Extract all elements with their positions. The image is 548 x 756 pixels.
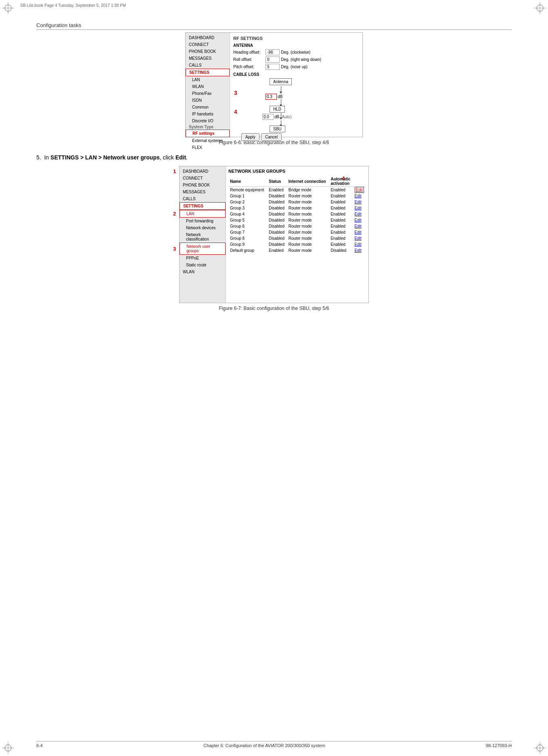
apply-button[interactable]: Apply	[241, 133, 259, 141]
step3-db-unit: dB	[278, 94, 282, 99]
sidebar-calls[interactable]: CALLS	[186, 62, 230, 69]
cell-edit[interactable]: Edit	[353, 217, 366, 223]
nug-step1: 1	[173, 168, 176, 174]
nug-sidebar-lan[interactable]: LAN	[180, 210, 226, 218]
step4-auto: (Auto)	[280, 115, 291, 119]
nug-sidebar-netdevices[interactable]: Network devices	[180, 224, 226, 231]
cell-edit[interactable]: Edit	[353, 241, 366, 247]
sidebar-external[interactable]: External systems	[186, 137, 230, 144]
rf-settings-title: RF SETTINGS	[233, 36, 359, 41]
cell-internet: Router mode	[287, 205, 329, 211]
edit-link[interactable]: Edit	[355, 200, 362, 204]
table-row: Group 4 Disabled Router mode Enabled Edi…	[228, 211, 366, 217]
sidebar-messages[interactable]: MESSAGES	[186, 55, 230, 62]
edit-link[interactable]: Edit	[355, 236, 362, 241]
nug-sidebar-netusergroups[interactable]: Network user groups	[180, 243, 226, 255]
cell-internet: Router mode	[287, 223, 329, 229]
table-row: Group 3 Disabled Router mode Enabled Edi…	[228, 205, 366, 211]
cell-auto: Disabled	[329, 247, 353, 253]
instruction-step5: 5. In SETTINGS > LAN > Network user grou…	[36, 153, 512, 162]
cell-edit[interactable]: Edit	[353, 223, 366, 229]
sidebar-settings[interactable]: SETTINGS	[186, 69, 230, 76]
sidebar-isdn[interactable]: ISDN	[186, 97, 230, 104]
nug-sidebar-settings[interactable]: SETTINGS	[180, 202, 226, 210]
hld-box: HLD	[270, 106, 285, 113]
cell-auto: Enabled	[329, 193, 353, 199]
cancel-button[interactable]: Cancel	[261, 133, 282, 141]
step3-input-row: dB	[266, 94, 282, 100]
nug-sidebar-connect[interactable]: CONNECT	[180, 175, 226, 182]
nug-step4: 4	[342, 175, 345, 181]
sidebar-phonebook[interactable]: PHONE BOOK	[186, 48, 230, 55]
cell-internet: Router mode	[287, 235, 329, 241]
step4-db-unit: dB	[274, 115, 279, 119]
sidebar-common[interactable]: Common	[186, 104, 230, 111]
col-auto: Automatic 4activation	[329, 176, 353, 187]
sidebar-flex[interactable]: FLEX	[186, 144, 230, 151]
rf-sidebar: DASHBOARD CONNECT PHONE BOOK MESSAGES CA…	[186, 33, 230, 137]
sidebar-connect[interactable]: CONNECT	[186, 41, 230, 48]
nug-sidebar-pppoe[interactable]: PPPoE	[180, 255, 226, 262]
cell-status: Enabled	[267, 187, 287, 193]
heading-input[interactable]	[266, 49, 280, 55]
cell-edit[interactable]: Edit	[353, 211, 366, 217]
cell-edit[interactable]: Edit	[353, 187, 366, 193]
footer-center: Chapter 6: Configuration of the AVIATOR …	[203, 743, 325, 748]
cell-edit[interactable]: Edit	[353, 205, 366, 211]
cell-status: Disabled	[267, 193, 287, 199]
nug-screenshot: 1 DASHBOARD CONNECT PHONE BOOK MESSAGES …	[179, 166, 369, 303]
nug-step3: 3	[173, 246, 176, 252]
cell-edit[interactable]: Edit	[353, 235, 366, 241]
edit-link-highlight[interactable]: Edit	[355, 187, 364, 193]
cell-edit[interactable]: Edit	[353, 247, 366, 253]
nug-sidebar-messages[interactable]: MESSAGES	[180, 188, 226, 195]
sidebar-lan[interactable]: LAN	[186, 76, 230, 83]
nug-table: Name Status Internet connection Automati…	[228, 176, 366, 253]
heading-label: Heading offset:	[233, 50, 266, 54]
nug-sidebar-dashboard[interactable]: DASHBOARD	[180, 168, 226, 175]
nug-sidebar-netclass[interactable]: Network classification	[180, 231, 226, 243]
sidebar-rfsettings[interactable]: RF settings	[186, 130, 230, 137]
sidebar-wlan[interactable]: WLAN	[186, 83, 230, 90]
table-row: Group 8 Disabled Router mode Enabled Edi…	[228, 235, 366, 241]
cell-edit[interactable]: Edit	[353, 193, 366, 199]
cell-auto: Enabled	[329, 241, 353, 247]
pitch-input[interactable]	[266, 64, 280, 70]
sbu-box: SBU	[270, 126, 285, 132]
rf-main: RF SETTINGS ANTENNA Heading offset: Deg.…	[230, 33, 362, 137]
rf-buttons: Apply Cancel	[241, 133, 359, 141]
roll-label: Roll offset:	[233, 57, 266, 62]
edit-link[interactable]: Edit	[355, 194, 362, 198]
nug-step2: 2	[173, 211, 176, 217]
edit-link[interactable]: Edit	[355, 224, 362, 228]
cell-edit[interactable]: Edit	[353, 229, 366, 235]
sidebar-discreteio[interactable]: Discrete I/O	[186, 117, 230, 124]
nug-sidebar-calls[interactable]: CALLS	[180, 195, 226, 202]
step3-db-input[interactable]	[266, 94, 277, 100]
roll-unit: Deg. (right wing down)	[281, 57, 321, 62]
edit-link[interactable]: Edit	[355, 242, 362, 247]
edit-link[interactable]: Edit	[355, 230, 362, 235]
col-edit	[353, 176, 366, 187]
cell-internet: Router mode	[287, 199, 329, 205]
sidebar-dashboard[interactable]: DASHBOARD	[186, 34, 230, 41]
page-footer: 6-4 Chapter 6: Configuration of the AVIA…	[36, 741, 512, 748]
sidebar-iphandsets[interactable]: IP handsets	[186, 111, 230, 117]
edit-link[interactable]: Edit	[355, 212, 362, 216]
edit-link[interactable]: Edit	[355, 218, 362, 222]
edit-link[interactable]: Edit	[355, 248, 362, 253]
cell-status: Disabled	[267, 217, 287, 223]
cell-status: Disabled	[267, 235, 287, 241]
sidebar-phonefax[interactable]: Phone/Fax	[186, 90, 230, 97]
nug-sidebar-portfwd[interactable]: Port forwarding	[180, 218, 226, 224]
cell-name: Group 8	[228, 235, 267, 241]
nug-sidebar-wlan[interactable]: WLAN	[180, 268, 226, 275]
nug-sidebar-phonebook[interactable]: PHONE BOOK	[180, 182, 226, 188]
step4-db-input[interactable]	[262, 114, 274, 120]
nug-sidebar-staticroute[interactable]: Static route	[180, 262, 226, 268]
nug-title: NETWORK USER GROUPS	[228, 169, 366, 174]
edit-link[interactable]: Edit	[355, 206, 362, 210]
roll-input[interactable]	[266, 57, 280, 63]
cell-edit[interactable]: Edit	[353, 199, 366, 205]
table-row: Group 2 Disabled Router mode Enabled Edi…	[228, 199, 366, 205]
